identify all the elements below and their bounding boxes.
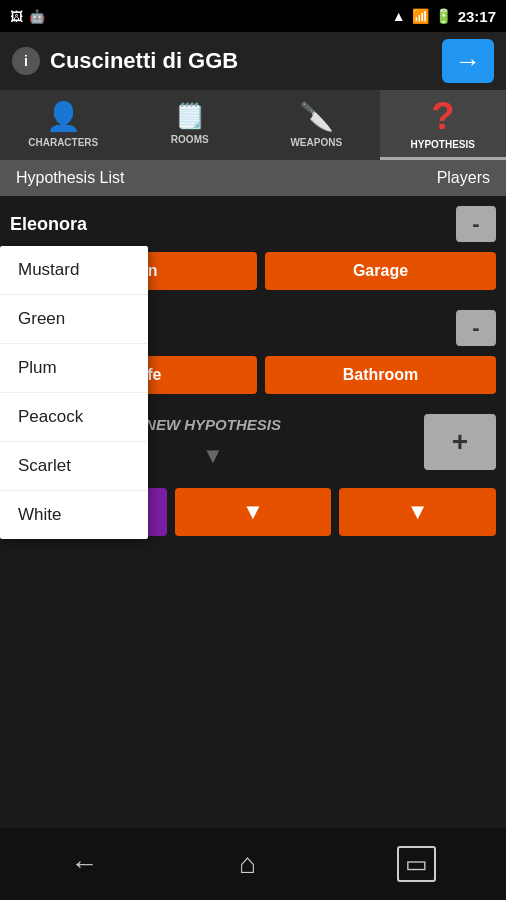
main-content: Eleonora - Gun Garage Mustard Green Plum… [0,196,506,544]
tab-hypothesis[interactable]: ? HYPOTHESIS [380,90,507,160]
recent-apps-button[interactable]: ▭ [397,846,436,882]
dropdown-item-plum[interactable]: Plum [0,344,148,393]
arrow-right-icon: → [455,46,481,77]
app-title: Cuscinetti di GGB [50,48,238,74]
rooms-icon: 🗒️ [175,102,205,130]
dropdown-item-green[interactable]: Green [0,295,148,344]
signal-icon: 📶 [412,8,429,24]
tab-rooms[interactable]: 🗒️ ROOMS [127,90,254,160]
title-bar: i Cuscinetti di GGB → [0,32,506,90]
weapons-icon: 🔪 [299,100,334,133]
characters-icon: 👤 [46,100,81,133]
tab-weapons[interactable]: 🔪 WEAPONS [253,90,380,160]
add-hypothesis-button[interactable]: + [424,414,496,470]
new-hypothesis-label: NEW HYPOTHESIS [145,416,281,433]
room-selector[interactable]: ▼ [339,488,496,536]
sub-header: Hypothesis List Players [0,160,506,196]
tab-hypothesis-label: HYPOTHESIS [411,139,475,150]
hypothesis-name-row-1: Eleonora - [0,196,506,252]
tab-weapons-label: WEAPONS [290,137,342,148]
tab-rooms-label: ROOMS [171,134,209,145]
remove-hypothesis-1-button[interactable]: - [456,206,496,242]
status-bar: 🖼 🤖 ▲ 📶 🔋 23:17 [0,0,506,32]
navigate-forward-button[interactable]: → [442,39,494,83]
tab-characters-label: CHARACTERS [28,137,98,148]
weapon-selector-arrow: ▼ [242,499,264,525]
dropdown-item-scarlet[interactable]: Scarlet [0,442,148,491]
character-dropdown-menu[interactable]: Mustard Green Plum Peacock Scarlet White [0,246,148,539]
info-icon[interactable]: i [12,47,40,75]
title-bar-left: i Cuscinetti di GGB [12,47,238,75]
tab-characters[interactable]: 👤 CHARACTERS [0,90,127,160]
weapon-selector[interactable]: ▼ [175,488,332,536]
dropdown-item-white[interactable]: White [0,491,148,539]
room-pill-2[interactable]: Bathroom [265,356,496,394]
remove-hypothesis-2-button[interactable]: - [456,310,496,346]
android-icon: 🤖 [29,9,45,24]
room-pill-1[interactable]: Garage [265,252,496,290]
status-right-icons: ▲ 📶 🔋 23:17 [392,8,496,25]
battery-icon: 🔋 [435,8,452,24]
status-left-icons: 🖼 🤖 [10,9,45,24]
back-button[interactable]: ← [70,848,98,880]
hypothesis-name-1: Eleonora [10,214,448,235]
image-icon: 🖼 [10,9,23,24]
bottom-navigation: ← ⌂ ▭ [0,828,506,900]
hypothesis-list-title: Hypothesis List [16,169,125,187]
clock: 23:17 [458,8,496,25]
wifi-icon: ▲ [392,8,406,24]
dropdown-item-mustard[interactable]: Mustard [0,246,148,295]
tab-bar: 👤 CHARACTERS 🗒️ ROOMS 🔪 WEAPONS ? HYPOTH… [0,90,506,160]
players-label: Players [437,169,490,187]
hypothesis-icon: ? [431,97,454,135]
home-button[interactable]: ⌂ [239,848,256,880]
hypothesis-row-1: Eleonora - Gun Garage Mustard Green Plum… [0,196,506,300]
dropdown-item-peacock[interactable]: Peacock [0,393,148,442]
new-hyp-down-arrow: ▼ [202,443,224,469]
room-selector-arrow: ▼ [407,499,429,525]
